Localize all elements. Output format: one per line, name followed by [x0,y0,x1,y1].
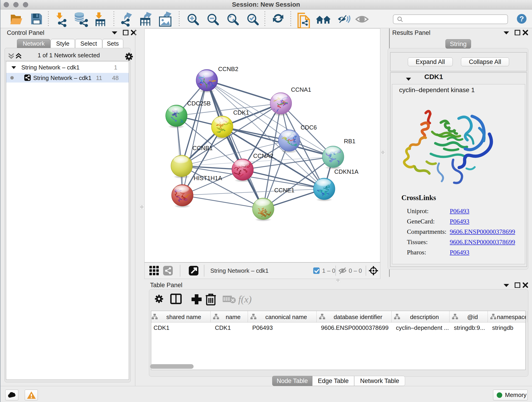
svg-text:CCNA1: CCNA1 [291,86,311,93]
svg-text:?: ? [519,15,524,23]
svg-text:CCNE1: CCNE1 [274,187,294,194]
svg-text:1 – 0: 1 – 0 [322,267,336,274]
svg-text:CCNB1: CCNB1 [192,145,213,152]
svg-text:CDC6: CDC6 [301,124,317,131]
svg-text:CCNA2: CCNA2 [253,153,273,159]
svg-text:CDC25B: CDC25B [187,100,211,107]
svg-text:CDKN1A: CDKN1A [334,168,359,175]
svg-text:HIST1H1A: HIST1H1A [194,175,222,182]
svg-text:CDK1: CDK1 [233,109,249,116]
svg-text:RB1: RB1 [344,138,355,145]
svg-text:CCNB2: CCNB2 [218,65,238,72]
svg-text:f(x): f(x) [238,294,252,305]
svg-text:String Network – cdk1: String Network – cdk1 [210,267,268,274]
svg-text:0 – 0: 0 – 0 [349,267,362,274]
